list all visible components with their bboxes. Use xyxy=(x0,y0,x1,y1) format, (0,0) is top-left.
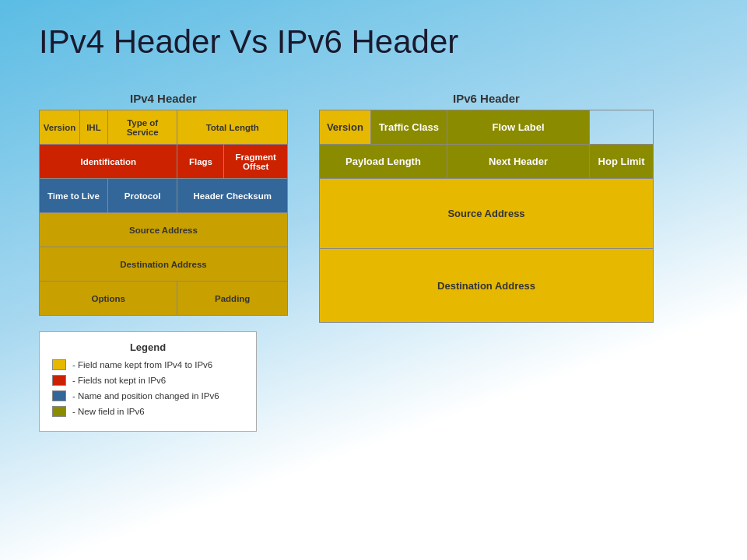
ipv6-version: Version xyxy=(320,110,371,145)
ipv4-tos: Type ofService xyxy=(107,110,177,145)
table-row: Payload Length Next Header Hop Limit xyxy=(320,145,654,179)
table-row: Time to Live Protocol Header Checksum xyxy=(40,179,288,213)
legend-item-yellow: - Field name kept from IPv4 to IPv6 xyxy=(52,359,244,370)
legend-text-blue: - Name and position changed in IPv6 xyxy=(72,391,219,401)
table-row: Version Traffic Class Flow Label xyxy=(320,110,654,145)
table-row: Destination Address xyxy=(40,247,288,282)
table-row: Destination Address xyxy=(320,249,654,323)
legend-text-yellow: - Field name kept from IPv4 to IPv6 xyxy=(72,360,212,369)
ipv4-ttl: Time to Live xyxy=(40,179,108,213)
legend-item-olive: - New field in IPv6 xyxy=(52,406,244,417)
legend-item-red: - Fields not kept in IPv6 xyxy=(52,375,244,386)
content-area: IPv4 Header Version IHL Type ofService T… xyxy=(39,92,708,432)
table-row: Version IHL Type ofService Total Length xyxy=(40,110,288,145)
ipv4-options: Options xyxy=(40,282,177,316)
ipv6-table: Version Traffic Class Flow Label Payload… xyxy=(319,110,654,323)
ipv4-total-length: Total Length xyxy=(177,110,288,145)
ipv6-source-address: Source Address xyxy=(320,179,654,249)
ipv4-header-checksum: Header Checksum xyxy=(177,179,288,213)
legend-title: Legend xyxy=(52,341,244,353)
ipv6-section: IPv6 Header Version Traffic Class Flow L… xyxy=(319,92,654,323)
ipv6-payload-length: Payload Length xyxy=(320,145,447,179)
left-column: IPv4 Header Version IHL Type ofService T… xyxy=(39,92,288,432)
legend-color-yellow xyxy=(52,359,66,370)
ipv4-padding: Padding xyxy=(177,282,288,316)
table-row: Options Padding xyxy=(40,282,288,316)
table-row: Identification Flags FragmentOffset xyxy=(40,145,288,179)
legend-text-olive: - New field in IPv6 xyxy=(72,407,145,416)
page-title: IPv4 Header Vs IPv6 Header xyxy=(39,23,708,68)
legend-color-blue xyxy=(52,390,66,401)
ipv6-next-header: Next Header xyxy=(447,145,589,179)
ipv6-title: IPv6 Header xyxy=(453,92,520,105)
ipv4-source-address: Source Address xyxy=(40,213,288,247)
legend-text-red: - Fields not kept in IPv6 xyxy=(72,376,166,385)
ipv4-ihl: IHL xyxy=(79,110,107,145)
legend-color-red xyxy=(52,375,66,386)
ipv6-flow-label: Flow Label xyxy=(447,110,589,145)
legend-color-olive xyxy=(52,406,66,417)
ipv4-table: Version IHL Type ofService Total Length … xyxy=(39,110,288,316)
ipv4-fragment-offset: FragmentOffset xyxy=(224,145,288,179)
ipv4-identification: Identification xyxy=(40,145,177,179)
ipv6-hop-limit: Hop Limit xyxy=(590,145,654,179)
table-row: Source Address xyxy=(320,179,654,249)
ipv6-destination-address: Destination Address xyxy=(320,249,654,323)
ipv4-flags: Flags xyxy=(177,145,224,179)
ipv6-traffic-class: Traffic Class xyxy=(370,110,447,145)
ipv4-version: Version xyxy=(40,110,80,145)
ipv4-section: IPv4 Header Version IHL Type ofService T… xyxy=(39,92,288,316)
table-row: Source Address xyxy=(40,213,288,247)
legend-item-blue: - Name and position changed in IPv6 xyxy=(52,390,244,401)
ipv4-destination-address: Destination Address xyxy=(40,247,288,282)
slide: IPv4 Header Vs IPv6 Header IPv4 Header V… xyxy=(0,0,747,560)
ipv4-protocol: Protocol xyxy=(107,179,177,213)
ipv4-title: IPv4 Header xyxy=(130,92,197,105)
legend-box: Legend - Field name kept from IPv4 to IP… xyxy=(39,331,257,432)
